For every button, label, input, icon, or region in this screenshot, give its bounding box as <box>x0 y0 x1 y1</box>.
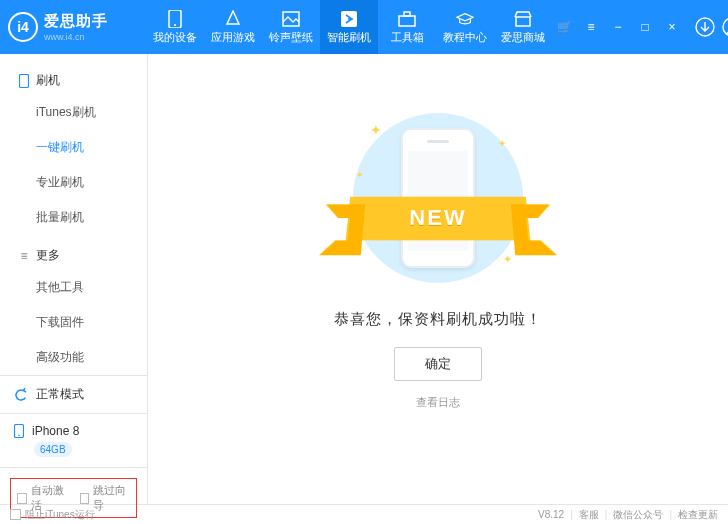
customer-service-link[interactable]: 客服 <box>579 508 599 522</box>
more-icon: ≡ <box>18 250 30 262</box>
tab-label: 工具箱 <box>391 30 424 45</box>
toolbox-icon <box>398 10 416 28</box>
sidebar-heading-more: ≡ 更多 <box>18 241 129 270</box>
window-controls: 🛒 ≡ − □ × <box>552 15 728 39</box>
tab-flash[interactable]: 智能刷机 <box>320 0 378 54</box>
sidebar-heading-label: 更多 <box>36 247 60 264</box>
sidebar-item-other-tools[interactable]: 其他工具 <box>18 270 129 305</box>
svg-point-12 <box>18 435 20 437</box>
svg-rect-10 <box>20 74 29 87</box>
new-ribbon: NEW <box>346 197 531 241</box>
tab-toolbox[interactable]: 工具箱 <box>378 0 436 54</box>
sidebar-item-pro-flash[interactable]: 专业刷机 <box>18 165 129 200</box>
tab-tutorials[interactable]: 教程中心 <box>436 0 494 54</box>
sidebar-item-advanced[interactable]: 高级功能 <box>18 340 129 375</box>
view-log-link[interactable]: 查看日志 <box>416 395 460 410</box>
flash-icon <box>340 10 358 28</box>
main-tabs: 我的设备 应用游戏 铃声壁纸 智能刷机 工具箱 教程中心 爱思商城 <box>146 0 552 54</box>
tab-label: 爱思商城 <box>501 30 545 45</box>
sidebar-status[interactable]: 正常模式 <box>0 375 147 413</box>
success-illustration: ✦ ✦ ✦ ✦ NEW <box>328 108 548 288</box>
svg-rect-5 <box>404 12 410 16</box>
tab-label: 应用游戏 <box>211 30 255 45</box>
sidebar: 刷机 iTunes刷机 一键刷机 专业刷机 批量刷机 ≡ 更多 其他工具 下载固… <box>0 54 148 504</box>
phone-icon <box>18 75 30 87</box>
sidebar-heading-label: 刷机 <box>36 72 60 89</box>
maximize-button[interactable]: □ <box>633 15 657 39</box>
ribbon-text: NEW <box>409 205 467 231</box>
cart-icon[interactable]: 🛒 <box>552 15 576 39</box>
wallpaper-icon <box>282 10 300 28</box>
tab-label: 智能刷机 <box>327 30 371 45</box>
tab-apps[interactable]: 应用游戏 <box>204 0 262 54</box>
tab-ringtones[interactable]: 铃声壁纸 <box>262 0 320 54</box>
phone-icon <box>14 424 24 438</box>
menu-icon[interactable]: ≡ <box>579 15 603 39</box>
graduation-icon <box>456 10 474 28</box>
checkbox-label: 跳过向导 <box>93 483 130 513</box>
main-content: ✦ ✦ ✦ ✦ NEW 恭喜您，保资料刷机成功啦！ 确定 查看日志 <box>148 54 728 504</box>
logo-icon: i4 <box>8 12 38 42</box>
tab-label: 我的设备 <box>153 30 197 45</box>
logo-title: 爱思助手 <box>44 12 108 31</box>
logo-subtitle: www.i4.cn <box>44 32 108 42</box>
confirm-button[interactable]: 确定 <box>394 347 482 381</box>
svg-point-1 <box>174 24 176 26</box>
download-icon[interactable] <box>693 15 717 39</box>
svg-rect-6 <box>516 17 530 26</box>
app-header: i4 爱思助手 www.i4.cn 我的设备 应用游戏 铃声壁纸 智能刷机 工具… <box>0 0 728 54</box>
sidebar-item-itunes-flash[interactable]: iTunes刷机 <box>18 95 129 130</box>
tab-my-device[interactable]: 我的设备 <box>146 0 204 54</box>
minimize-button[interactable]: − <box>606 15 630 39</box>
sidebar-item-batch-flash[interactable]: 批量刷机 <box>18 200 129 235</box>
version-label: V8.12 <box>538 509 564 520</box>
success-message: 恭喜您，保资料刷机成功啦！ <box>334 310 542 329</box>
svg-rect-4 <box>399 16 415 26</box>
sidebar-item-download-fw[interactable]: 下载固件 <box>18 305 129 340</box>
checkbox-label: 阻止iTunes运行 <box>25 508 95 522</box>
device-name: iPhone 8 <box>32 424 79 438</box>
store-icon <box>514 10 532 28</box>
tab-store[interactable]: 爱思商城 <box>494 0 552 54</box>
block-itunes-checkbox[interactable]: 阻止iTunes运行 <box>10 508 95 522</box>
status-label: 正常模式 <box>36 386 84 403</box>
wechat-link[interactable]: 微信公众号 <box>613 508 663 522</box>
sidebar-item-oneclick-flash[interactable]: 一键刷机 <box>18 130 129 165</box>
sidebar-heading-flash: 刷机 <box>18 66 129 95</box>
user-icon[interactable] <box>720 15 728 39</box>
refresh-icon <box>14 388 28 402</box>
sidebar-device[interactable]: iPhone 8 64GB <box>0 413 147 467</box>
check-update-link[interactable]: 检查更新 <box>678 508 718 522</box>
phone-icon <box>166 10 184 28</box>
tab-label: 教程中心 <box>443 30 487 45</box>
tab-label: 铃声壁纸 <box>269 30 313 45</box>
storage-badge: 64GB <box>34 442 72 457</box>
app-logo: i4 爱思助手 www.i4.cn <box>8 12 146 42</box>
apps-icon <box>224 10 242 28</box>
close-button[interactable]: × <box>660 15 684 39</box>
